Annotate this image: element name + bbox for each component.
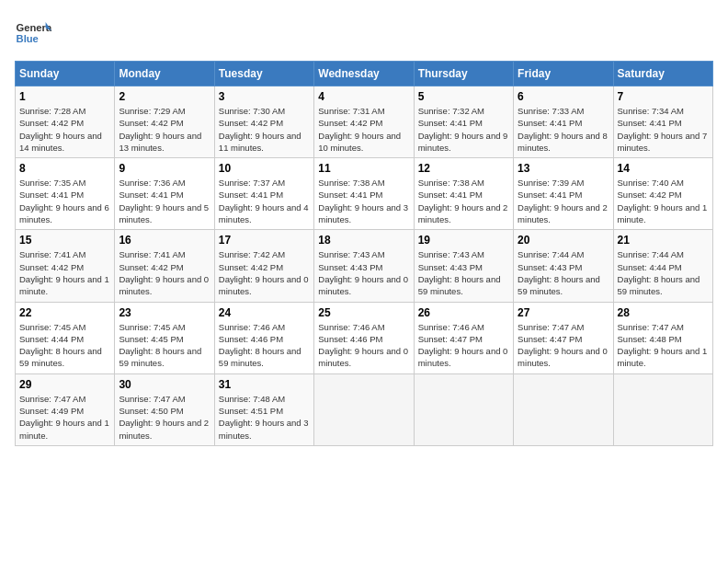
day-number: 12: [418, 162, 509, 175]
day-info: Sunrise: 7:40 AMSunset: 4:42 PMDaylight:…: [618, 178, 708, 224]
day-number: 6: [518, 90, 609, 103]
day-number: 31: [219, 378, 310, 391]
calendar-cell: 15 Sunrise: 7:41 AMSunset: 4:42 PMDaylig…: [16, 230, 115, 302]
day-number: 2: [119, 90, 210, 103]
day-of-week-header: Saturday: [613, 62, 712, 86]
logo: General Blue: [15, 15, 55, 52]
calendar-cell: [414, 373, 513, 445]
day-info: Sunrise: 7:42 AMSunset: 4:42 PMDaylight:…: [219, 249, 309, 296]
calendar-cell: 20 Sunrise: 7:44 AMSunset: 4:43 PMDaylig…: [514, 230, 613, 302]
calendar-cell: [613, 373, 712, 445]
day-of-week-header: Monday: [115, 62, 214, 86]
day-number: 26: [418, 306, 509, 319]
day-info: Sunrise: 7:47 AMSunset: 4:49 PMDaylight:…: [19, 394, 109, 441]
day-number: 7: [618, 90, 709, 103]
day-number: 21: [618, 234, 709, 247]
day-number: 13: [518, 162, 609, 175]
svg-text:Blue: Blue: [17, 33, 39, 44]
day-number: 19: [418, 234, 509, 247]
day-number: 20: [518, 234, 609, 247]
calendar-cell: 16 Sunrise: 7:41 AMSunset: 4:42 PMDaylig…: [115, 230, 214, 302]
day-info: Sunrise: 7:35 AMSunset: 4:41 PMDaylight:…: [19, 178, 109, 224]
calendar-cell: 12 Sunrise: 7:38 AMSunset: 4:41 PMDaylig…: [414, 158, 513, 230]
calendar-cell: 3 Sunrise: 7:30 AMSunset: 4:42 PMDayligh…: [214, 86, 313, 158]
day-number: 3: [219, 90, 310, 103]
day-number: 4: [318, 90, 409, 103]
day-info: Sunrise: 7:43 AMSunset: 4:43 PMDaylight:…: [318, 249, 408, 296]
calendar-cell: 27 Sunrise: 7:47 AMSunset: 4:47 PMDaylig…: [514, 302, 613, 373]
calendar-cell: 7 Sunrise: 7:34 AMSunset: 4:41 PMDayligh…: [613, 86, 712, 158]
day-number: 23: [119, 306, 210, 319]
day-number: 28: [618, 306, 709, 319]
day-info: Sunrise: 7:41 AMSunset: 4:42 PMDaylight:…: [119, 249, 209, 296]
calendar-cell: 22 Sunrise: 7:45 AMSunset: 4:44 PMDaylig…: [16, 302, 115, 373]
day-info: Sunrise: 7:48 AMSunset: 4:51 PMDaylight:…: [219, 394, 309, 441]
day-info: Sunrise: 7:47 AMSunset: 4:47 PMDaylight:…: [518, 322, 608, 369]
header: General Blue: [15, 15, 713, 52]
calendar-cell: 26 Sunrise: 7:46 AMSunset: 4:47 PMDaylig…: [414, 302, 513, 373]
calendar-cell: 10 Sunrise: 7:37 AMSunset: 4:41 PMDaylig…: [214, 158, 313, 230]
day-number: 24: [219, 306, 310, 319]
calendar-cell: 23 Sunrise: 7:45 AMSunset: 4:45 PMDaylig…: [115, 302, 214, 373]
day-number: 11: [318, 162, 409, 175]
day-info: Sunrise: 7:45 AMSunset: 4:44 PMDaylight:…: [19, 322, 102, 369]
day-info: Sunrise: 7:47 AMSunset: 4:48 PMDaylight:…: [618, 322, 708, 369]
day-number: 14: [618, 162, 709, 175]
day-number: 17: [219, 234, 310, 247]
day-info: Sunrise: 7:46 AMSunset: 4:47 PMDaylight:…: [418, 322, 508, 369]
day-number: 15: [19, 234, 110, 247]
calendar-cell: 30 Sunrise: 7:47 AMSunset: 4:50 PMDaylig…: [115, 373, 214, 445]
calendar: SundayMondayTuesdayWednesdayThursdayFrid…: [15, 61, 713, 446]
day-number: 5: [418, 90, 509, 103]
calendar-cell: 13 Sunrise: 7:39 AMSunset: 4:41 PMDaylig…: [514, 158, 613, 230]
day-of-week-header: Sunday: [16, 62, 115, 86]
day-number: 30: [119, 378, 210, 391]
day-number: 29: [19, 378, 110, 391]
day-of-week-header: Tuesday: [214, 62, 313, 86]
day-number: 10: [219, 162, 310, 175]
day-number: 27: [518, 306, 609, 319]
calendar-cell: 2 Sunrise: 7:29 AMSunset: 4:42 PMDayligh…: [115, 86, 214, 158]
day-of-week-header: Friday: [514, 62, 613, 86]
day-info: Sunrise: 7:29 AMSunset: 4:42 PMDaylight:…: [119, 106, 201, 153]
day-number: 18: [318, 234, 409, 247]
calendar-cell: 11 Sunrise: 7:38 AMSunset: 4:41 PMDaylig…: [314, 158, 414, 230]
day-info: Sunrise: 7:41 AMSunset: 4:42 PMDaylight:…: [19, 249, 109, 296]
calendar-cell: 14 Sunrise: 7:40 AMSunset: 4:42 PMDaylig…: [613, 158, 712, 230]
day-info: Sunrise: 7:44 AMSunset: 4:43 PMDaylight:…: [518, 249, 600, 296]
calendar-cell: 8 Sunrise: 7:35 AMSunset: 4:41 PMDayligh…: [16, 158, 115, 230]
day-info: Sunrise: 7:32 AMSunset: 4:41 PMDaylight:…: [418, 106, 508, 153]
day-info: Sunrise: 7:30 AMSunset: 4:42 PMDaylight:…: [219, 106, 301, 153]
calendar-cell: 25 Sunrise: 7:46 AMSunset: 4:46 PMDaylig…: [314, 302, 414, 373]
day-info: Sunrise: 7:39 AMSunset: 4:41 PMDaylight:…: [518, 178, 608, 224]
day-info: Sunrise: 7:36 AMSunset: 4:41 PMDaylight:…: [119, 178, 209, 224]
day-info: Sunrise: 7:38 AMSunset: 4:41 PMDaylight:…: [418, 178, 508, 224]
calendar-cell: 18 Sunrise: 7:43 AMSunset: 4:43 PMDaylig…: [314, 230, 414, 302]
day-info: Sunrise: 7:43 AMSunset: 4:43 PMDaylight:…: [418, 249, 501, 296]
day-number: 16: [119, 234, 210, 247]
calendar-cell: [314, 373, 414, 445]
day-info: Sunrise: 7:47 AMSunset: 4:50 PMDaylight:…: [119, 394, 209, 441]
calendar-cell: 4 Sunrise: 7:31 AMSunset: 4:42 PMDayligh…: [314, 86, 414, 158]
calendar-cell: 31 Sunrise: 7:48 AMSunset: 4:51 PMDaylig…: [214, 373, 313, 445]
day-info: Sunrise: 7:37 AMSunset: 4:41 PMDaylight:…: [219, 178, 309, 224]
day-number: 8: [19, 162, 110, 175]
calendar-cell: 1 Sunrise: 7:28 AMSunset: 4:42 PMDayligh…: [16, 86, 115, 158]
day-info: Sunrise: 7:46 AMSunset: 4:46 PMDaylight:…: [219, 322, 301, 369]
calendar-cell: 29 Sunrise: 7:47 AMSunset: 4:49 PMDaylig…: [16, 373, 115, 445]
day-info: Sunrise: 7:33 AMSunset: 4:41 PMDaylight:…: [518, 106, 608, 153]
day-info: Sunrise: 7:31 AMSunset: 4:42 PMDaylight:…: [318, 106, 401, 153]
day-info: Sunrise: 7:46 AMSunset: 4:46 PMDaylight:…: [318, 322, 408, 369]
day-of-week-header: Thursday: [414, 62, 513, 86]
day-number: 9: [119, 162, 210, 175]
calendar-cell: 19 Sunrise: 7:43 AMSunset: 4:43 PMDaylig…: [414, 230, 513, 302]
day-info: Sunrise: 7:28 AMSunset: 4:42 PMDaylight:…: [19, 106, 102, 153]
calendar-cell: 6 Sunrise: 7:33 AMSunset: 4:41 PMDayligh…: [514, 86, 613, 158]
day-info: Sunrise: 7:38 AMSunset: 4:41 PMDaylight:…: [318, 178, 408, 224]
calendar-cell: 5 Sunrise: 7:32 AMSunset: 4:41 PMDayligh…: [414, 86, 513, 158]
calendar-cell: 24 Sunrise: 7:46 AMSunset: 4:46 PMDaylig…: [214, 302, 313, 373]
day-of-week-header: Wednesday: [314, 62, 414, 86]
calendar-cell: 28 Sunrise: 7:47 AMSunset: 4:48 PMDaylig…: [613, 302, 712, 373]
day-number: 1: [19, 90, 110, 103]
day-info: Sunrise: 7:44 AMSunset: 4:44 PMDaylight:…: [618, 249, 700, 296]
